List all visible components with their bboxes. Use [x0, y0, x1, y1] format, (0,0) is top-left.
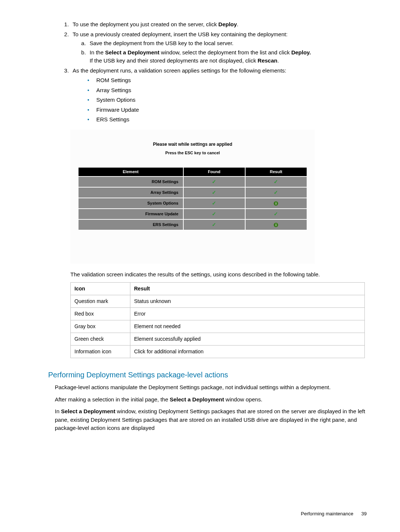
- rt-0-0: Question mark: [71, 295, 130, 308]
- section-heading: Performing Deployment Settings package-l…: [33, 369, 367, 380]
- rt-1-1: Error: [130, 308, 365, 320]
- icon-result-table: Icon Result Question markStatus unknown …: [70, 282, 365, 358]
- ptable-row: Array Settings ✓ ✓: [79, 188, 307, 198]
- pr-1-el: Array Settings: [79, 188, 183, 198]
- rt-3-0: Green check: [71, 333, 130, 346]
- ptable-row: ERS Settings ✓ i: [79, 220, 307, 230]
- pr-4-result: i: [246, 220, 307, 230]
- step-1-bold: Deploy: [219, 21, 237, 27]
- info-icon: i: [274, 201, 278, 206]
- rt-4-1: Click for additional information: [130, 346, 365, 358]
- pr-4-found: ✓: [184, 220, 245, 230]
- section-p1: Package-level actions manipulate the Dep…: [55, 383, 367, 392]
- ptable-row: ROM Settings ✓ ✓: [79, 177, 307, 187]
- check-icon: ✓: [212, 222, 216, 228]
- check-icon: ✓: [274, 211, 278, 217]
- rt-2-1: Element not needed: [130, 320, 365, 333]
- pr-1-found: ✓: [184, 188, 245, 198]
- step-3-text: As the deployment runs, a validation scr…: [73, 67, 286, 74]
- ptable-row: System Options ✓ i: [79, 198, 307, 208]
- after-panel-text: The validation screen indicates the resu…: [70, 270, 367, 279]
- rt-h-result: Result: [130, 283, 365, 295]
- step-3-bullets: ROM Settings Array Settings System Optio…: [87, 76, 367, 124]
- step-2-sub: Save the deployment from the USB key to …: [80, 39, 367, 65]
- rt-row: Information iconClick for additional inf…: [71, 346, 365, 358]
- step-2b-b3: Rescan: [258, 57, 277, 64]
- step-2-text: To use a previously created deployment, …: [73, 31, 287, 37]
- rt-row: Red boxError: [71, 308, 365, 320]
- p3-bold: Select a Deployment: [61, 408, 116, 414]
- step-1: To use the deployment you just created o…: [70, 20, 367, 29]
- pr-0-found: ✓: [184, 177, 245, 187]
- step-2b-mid: window, select the deployment from the l…: [159, 49, 291, 55]
- check-icon: ✓: [274, 189, 278, 195]
- rt-2-0: Gray box: [71, 320, 130, 333]
- panel-subtitle: Press the ESC key to cancel: [78, 150, 307, 156]
- pr-0-result: ✓: [246, 177, 307, 187]
- step-1-pre: To use the deployment you just created o…: [73, 21, 219, 27]
- validation-table: Element Found Result ROM Settings ✓ ✓ Ar…: [78, 167, 307, 230]
- step-2b-b2: Deploy.: [291, 49, 311, 55]
- check-icon: ✓: [212, 179, 216, 185]
- p2-bold: Select a Deployment: [170, 396, 224, 403]
- rt-row: Gray boxElement not needed: [71, 320, 365, 333]
- rt-row: Question markStatus unknown: [71, 295, 365, 308]
- pr-0-el: ROM Settings: [79, 177, 183, 187]
- section-p2: After making a selection in the initial …: [55, 395, 367, 404]
- p2-pre: After making a selection in the initial …: [55, 396, 170, 403]
- step-2b-post: .: [277, 57, 279, 64]
- bullet-3: Firmware Update: [87, 106, 367, 114]
- step-2b-b1: Select a Deployment: [105, 49, 160, 55]
- rt-3-1: Element successfully applied: [130, 333, 365, 346]
- step-2b: In the Select a Deployment window, selec…: [87, 48, 367, 65]
- ph-found: Found: [184, 168, 245, 176]
- step-2b-line2pre: If the USB key and their stored deployme…: [90, 57, 258, 64]
- footer-page: 39: [361, 510, 367, 518]
- ptable-header-row: Element Found Result: [79, 168, 307, 176]
- step-1-post: .: [237, 21, 239, 27]
- pr-3-found: ✓: [184, 209, 245, 219]
- validation-panel: Please wait while settings are applied P…: [70, 130, 315, 264]
- rt-4-0: Information icon: [71, 346, 130, 358]
- pr-2-result: i: [246, 198, 307, 208]
- section-p3: In Select a Deployment window, existing …: [55, 407, 367, 432]
- check-icon: ✓: [212, 189, 216, 195]
- rt-h-icon: Icon: [71, 283, 130, 295]
- rt-row: Green checkElement successfully applied: [71, 333, 365, 346]
- pr-1-result: ✓: [246, 188, 307, 198]
- bullet-0: ROM Settings: [87, 76, 367, 85]
- info-icon: i: [274, 223, 278, 227]
- pr-3-el: Firmware Update: [79, 209, 183, 219]
- p2-post: window opens.: [224, 396, 262, 403]
- page-footer: Performing maintenance 39: [301, 510, 367, 518]
- check-icon: ✓: [274, 179, 278, 185]
- rt-1-0: Red box: [71, 308, 130, 320]
- ptable-row: Firmware Update ✓ ✓: [79, 209, 307, 219]
- p3-a: In: [55, 408, 61, 414]
- rt-0-1: Status unknown: [130, 295, 365, 308]
- bullet-1: Array Settings: [87, 86, 367, 95]
- footer-text: Performing maintenance: [301, 511, 353, 516]
- pr-2-found: ✓: [184, 198, 245, 208]
- pr-3-result: ✓: [246, 209, 307, 219]
- deployment-steps: To use the deployment you just created o…: [59, 20, 367, 124]
- rt-header: Icon Result: [71, 283, 365, 295]
- pr-4-el: ERS Settings: [79, 220, 183, 230]
- ph-element: Element: [79, 168, 183, 176]
- panel-title: Please wait while settings are applied: [78, 141, 307, 148]
- section-body: Package-level actions manipulate the Dep…: [55, 383, 367, 432]
- check-icon: ✓: [212, 211, 216, 217]
- step-2: To use a previously created deployment, …: [70, 30, 367, 65]
- bullet-2: System Options: [87, 96, 367, 104]
- step-2a: Save the deployment from the USB key to …: [87, 39, 367, 48]
- ph-result: Result: [246, 168, 307, 176]
- step-2b-pre: In the: [90, 49, 105, 55]
- step-3: As the deployment runs, a validation scr…: [70, 67, 367, 124]
- bullet-4: ERS Settings: [87, 115, 367, 124]
- pr-2-el: System Options: [79, 198, 183, 208]
- check-icon: ✓: [212, 200, 216, 206]
